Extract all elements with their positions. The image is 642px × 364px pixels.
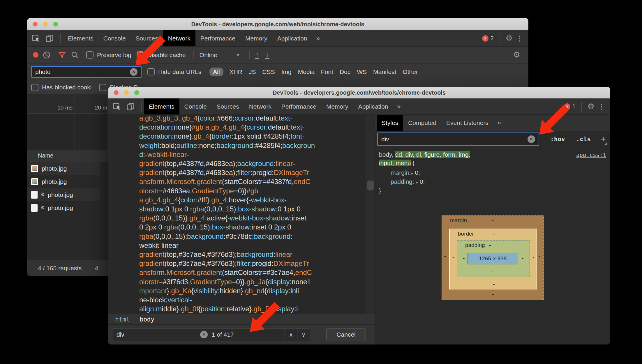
has-blocked-cookies-checkbox[interactable] [31, 84, 38, 91]
clear-filter-icon[interactable]: × [528, 135, 535, 143]
filter-type-manifest[interactable]: Manifest [373, 68, 396, 75]
disclosure-icon[interactable]: ▸ [411, 171, 413, 176]
filter-type-other[interactable]: Other [403, 68, 418, 75]
code-line[interactable]: olorstr=#3f76d3,GradientType=0)}.gb_Ja{d… [139, 277, 365, 286]
kebab-menu-icon[interactable]: ⋮ [516, 35, 523, 42]
border-bottom-value[interactable]: - [493, 281, 495, 287]
request-row[interactable]: photo.jpg [27, 162, 100, 175]
error-count-badge[interactable]: × 2 [482, 35, 494, 42]
box-model-content[interactable]: 1265 × 938 [467, 253, 518, 264]
tab-console[interactable]: Console [98, 30, 131, 46]
settings-gear-icon[interactable]: ⚙ [506, 34, 513, 42]
blocked-requests-checkbox[interactable] [99, 84, 106, 91]
filter-type-img[interactable]: Img [281, 68, 292, 75]
box-model-padding[interactable]: padding - - - - 1265 × 938 [457, 240, 530, 277]
more-tabs-button[interactable]: » [312, 30, 324, 46]
clear-search-icon[interactable]: × [200, 331, 208, 338]
padding-top-value[interactable]: - [489, 242, 491, 248]
box-model-border[interactable]: border - - - - padding - - - - 1265 × [449, 229, 537, 289]
preserve-log-checkbox[interactable] [86, 51, 94, 59]
margin-bottom-value[interactable]: - [492, 291, 494, 297]
styles-filter-input[interactable]: div × [377, 132, 539, 146]
code-line[interactable]: olorstr=#4683ea,GradientType=0)}#gb [139, 186, 365, 195]
tab-application[interactable]: Application [353, 98, 393, 114]
tab-performance[interactable]: Performance [276, 98, 321, 114]
throttling-caret-icon[interactable]: ▼ [236, 52, 240, 57]
code-line[interactable]: gradient(top,#3c7ae4,#3f76d3);filter:pro… [139, 259, 365, 268]
name-column-header[interactable]: Name [27, 152, 53, 159]
code-line[interactable]: gradient(top,#4387fd,#4683ea);filter:pro… [139, 168, 365, 177]
settings-gear-icon[interactable]: ⚙ [588, 103, 595, 110]
filter-type-all[interactable]: All [209, 68, 223, 76]
code-line[interactable]: ansform.Microsoft.gradient(startColorstr… [139, 177, 365, 186]
inspect-element-icon[interactable] [32, 34, 40, 43]
filter-funnel-icon[interactable] [58, 51, 66, 59]
scrollbar-thumb[interactable] [367, 181, 374, 190]
tab-elements[interactable]: Elements [144, 98, 179, 114]
request-row[interactable]: photo.jpg [27, 175, 100, 188]
close-window-button[interactable] [114, 90, 119, 95]
code-line[interactable]: a.gb_4.gb_4{color:#fff}.gb_4:hover{-webk… [139, 195, 365, 204]
minimize-window-button[interactable] [124, 90, 129, 95]
throttling-select[interactable]: Online [200, 52, 217, 59]
device-toolbar-icon[interactable] [126, 102, 135, 111]
previous-match-button[interactable]: ∧ [285, 328, 297, 341]
declaration-padding[interactable]: padding: ▸ 0; [379, 177, 606, 186]
code-line[interactable]: mportant}.gb_Ka{visibility:hidden}.gb_nd… [139, 286, 365, 295]
close-window-button[interactable] [33, 22, 38, 26]
import-har-icon[interactable]: ↑ [255, 51, 259, 59]
clear-network-log-icon[interactable] [43, 51, 51, 59]
more-tabs-button[interactable]: » [493, 115, 505, 131]
titlebar[interactable]: DevTools - developers.google.com/web/too… [108, 87, 610, 98]
disclosure-icon[interactable]: ▸ [416, 180, 418, 185]
border-left-value[interactable]: - [452, 254, 454, 261]
tab-computed[interactable]: Computed [403, 115, 441, 131]
tab-memory[interactable]: Memory [240, 30, 272, 46]
code-line[interactable]: a.gb_3.gb_3,.gb_4{color:#666;cursor:defa… [139, 115, 365, 123]
filter-type-media[interactable]: Media [298, 68, 315, 75]
filter-type-xhr[interactable]: XHR [230, 68, 242, 75]
code-line[interactable]: decoration:none}.gb_4{border:1px solid #… [139, 132, 365, 141]
code-line[interactable]: weight:bold;outline:none;background:#428… [139, 141, 365, 150]
margin-right-value[interactable]: - [539, 253, 540, 259]
export-har-icon[interactable]: ↓ [265, 51, 269, 59]
code-line[interactable]: rgba(0,0,0,.15);background:#3c78dc;backg… [139, 232, 365, 241]
network-settings-gear-icon[interactable]: ⚙ [513, 51, 520, 59]
padding-left-value[interactable]: - [463, 255, 465, 261]
code-line[interactable]: shadow:0 1px 0 rgba(0,0,0,.15);box-shado… [139, 204, 365, 213]
border-top-value[interactable]: - [493, 231, 495, 237]
tab-sources[interactable]: Sources [212, 98, 244, 114]
border-right-value[interactable]: - [532, 254, 534, 261]
inspect-element-icon[interactable] [113, 102, 121, 111]
tab-network[interactable]: Network [163, 30, 195, 46]
cancel-search-button[interactable]: Cancel [326, 328, 366, 341]
more-tabs-button[interactable]: » [393, 98, 405, 114]
code-line[interactable]: gradient(top,#3c7ae4,#3f76d3);background… [139, 250, 365, 259]
code-line[interactable]: rgba(0,0,0,.15)}.gb_4:active{-webkit-box… [139, 213, 365, 222]
declaration-margin[interactable]: margin:▸ 0; [379, 168, 606, 177]
margin-top-value[interactable]: - [492, 217, 494, 224]
filter-type-ws[interactable]: WS [357, 68, 367, 75]
zoom-window-button[interactable] [134, 90, 139, 95]
stylesheet-source-link[interactable]: app.css:1 [576, 151, 606, 159]
clear-filter-icon[interactable]: × [130, 68, 137, 76]
device-toolbar-icon[interactable] [45, 34, 54, 43]
elements-tree-pane[interactable]: a.gb_3.gb_3,.gb_4{color:#666;cursor:defa… [108, 115, 375, 314]
filter-type-css[interactable]: CSS [262, 68, 275, 75]
hide-data-urls-checkbox[interactable] [147, 68, 155, 75]
search-icon[interactable] [71, 51, 79, 59]
tab-console[interactable]: Console [179, 98, 212, 114]
kebab-menu-icon[interactable]: ⋮ [598, 103, 605, 110]
tab-performance[interactable]: Performance [195, 30, 240, 46]
box-model-diagram[interactable]: margin - - - - border - - - - padding - [442, 215, 544, 300]
code-line[interactable]: d:-webkit-linear- [139, 150, 365, 159]
padding-right-value[interactable]: - [522, 255, 523, 261]
next-match-button[interactable]: ∨ [297, 328, 310, 341]
filter-type-font[interactable]: Font [321, 68, 333, 75]
tab-memory[interactable]: Memory [321, 98, 353, 114]
resize-corner-icon[interactable] [604, 142, 607, 145]
request-row[interactable]: ⚙photo.jpg [27, 188, 100, 201]
tab-application[interactable]: Application [272, 30, 312, 46]
element-classes-button[interactable]: .cls [576, 136, 591, 143]
code-line[interactable]: gradient(top,#4387fd,#4683ea);background… [139, 159, 365, 168]
